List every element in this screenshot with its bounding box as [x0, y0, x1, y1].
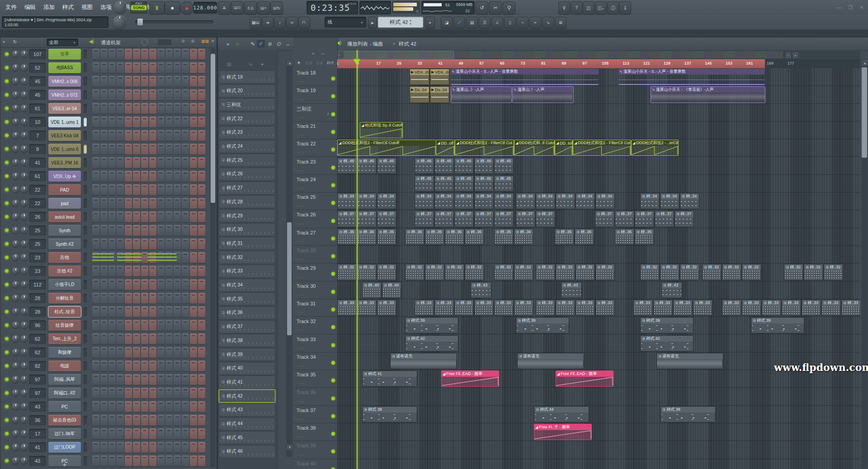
- channel-led[interactable]: [5, 418, 9, 422]
- step-cell[interactable]: [149, 62, 156, 73]
- minimap-view-window[interactable]: [338, 51, 454, 59]
- channel-button[interactable]: Synth #2: [48, 239, 81, 249]
- step-cell[interactable]: [141, 415, 148, 426]
- step-cell[interactable]: [141, 211, 148, 222]
- step-cell[interactable]: [182, 279, 189, 290]
- step-cell[interactable]: [174, 401, 181, 412]
- channel-pan-knob[interactable]: [12, 281, 19, 288]
- step-cell[interactable]: [182, 320, 189, 331]
- step-cell[interactable]: [125, 401, 132, 412]
- step-cell[interactable]: [133, 184, 140, 195]
- channel-volume-knob[interactable]: [21, 267, 28, 274]
- volauto-clip[interactable]: ∿蓬莱山小乐天 - S..-人声 - 音量乘数: [451, 69, 599, 85]
- step-cell[interactable]: [133, 171, 140, 182]
- track-led[interactable]: [331, 148, 335, 151]
- step-cell[interactable]: [149, 361, 156, 371]
- step-cell[interactable]: [108, 198, 116, 209]
- master-pitch-slider[interactable]: [135, 20, 213, 23]
- track-mini-controls[interactable]: •••: [298, 239, 304, 244]
- step-cell[interactable]: [174, 442, 181, 453]
- step-cell[interactable]: [108, 347, 116, 358]
- channel-pan-knob[interactable]: [12, 335, 19, 342]
- channel-number[interactable]: 25: [29, 225, 46, 235]
- pattern-clip[interactable]: ヨ诺有诺无: [390, 353, 457, 369]
- step-cell[interactable]: [165, 279, 173, 290]
- step-cell[interactable]: [165, 239, 173, 249]
- channel-pan-knob[interactable]: [12, 118, 19, 125]
- step-cell[interactable]: [92, 89, 99, 100]
- project-notes-icon[interactable]: ▯: [504, 17, 516, 28]
- step-cell[interactable]: [182, 374, 189, 385]
- track-mini-controls[interactable]: •••: [298, 80, 304, 84]
- pattern-clip[interactable]: ヨ样..32: [702, 264, 722, 280]
- rack-layout-icon[interactable]: ▦▦: [201, 39, 209, 43]
- track-audio-icon[interactable]: ✦: [311, 52, 315, 56]
- step-cell[interactable]: [100, 89, 108, 100]
- playhead-marker[interactable]: [353, 59, 360, 64]
- channel-number[interactable]: 22: [29, 185, 46, 195]
- track-mini-controls[interactable]: •••: [298, 417, 304, 421]
- step-cell[interactable]: [182, 225, 189, 236]
- step-cell[interactable]: [174, 333, 181, 344]
- step-cell[interactable]: [108, 62, 116, 73]
- channel-led[interactable]: [5, 337, 9, 341]
- step-cell[interactable]: [149, 76, 156, 87]
- step-cell[interactable]: [141, 401, 148, 412]
- track-header[interactable]: Track 25•••: [293, 192, 337, 210]
- step-cell[interactable]: [165, 62, 173, 73]
- step-cell[interactable]: [100, 239, 108, 249]
- channel-number[interactable]: 36: [29, 415, 46, 425]
- channel-pan-knob[interactable]: [12, 349, 19, 356]
- channel-number[interactable]: 10: [29, 117, 46, 127]
- picker-item[interactable]: ヨ样式 46: [219, 445, 275, 458]
- pattern-clip[interactable]: ヨ样..37: [595, 211, 614, 227]
- picker-wave-icon[interactable]: ∿: [249, 62, 252, 67]
- picker-item[interactable]: ヨ样式 20: [219, 84, 275, 98]
- step-cell[interactable]: [157, 333, 165, 344]
- step-cell[interactable]: [165, 388, 173, 399]
- step-cell[interactable]: [149, 279, 156, 290]
- picker-item[interactable]: ヨ样式 27: [219, 182, 275, 195]
- step-cell[interactable]: [190, 333, 197, 344]
- pattern-clip[interactable]: ヨ样..33: [536, 300, 555, 316]
- step-cell[interactable]: [92, 103, 99, 114]
- step-cell[interactable]: [92, 442, 99, 453]
- step-cell[interactable]: [198, 103, 205, 114]
- channel-button[interactable]: Terr..上升_2: [48, 333, 81, 344]
- timeline-ruler[interactable]: 1917253341495765738189971051131211291371…: [337, 59, 860, 68]
- channel-number[interactable]: 22: [29, 198, 46, 208]
- step-cell[interactable]: [100, 157, 108, 168]
- channel-button[interactable]: 小笛子LD: [48, 279, 81, 290]
- channel-volume-knob[interactable]: [21, 132, 28, 139]
- step-cell[interactable]: [133, 211, 140, 222]
- step-cell[interactable]: [165, 320, 173, 331]
- step-cell[interactable]: [100, 401, 108, 412]
- pattern-clip[interactable]: ヨ样..46: [434, 158, 454, 174]
- channel-button[interactable]: 敲击音色03: [48, 415, 81, 426]
- step-cell[interactable]: [125, 211, 132, 222]
- channel-led[interactable]: [5, 174, 9, 178]
- track-mode-tab-1[interactable]: 演奏: [316, 61, 323, 66]
- channel-led[interactable]: [5, 351, 9, 354]
- step-cell[interactable]: [174, 49, 181, 60]
- step-cell[interactable]: [100, 62, 108, 73]
- step-cell[interactable]: [117, 239, 124, 249]
- step-cell[interactable]: [117, 415, 124, 426]
- track-led[interactable]: [331, 414, 335, 418]
- channel-number[interactable]: 43: [29, 456, 46, 466]
- pattern-clip[interactable]: ヨ样..46: [377, 158, 396, 174]
- step-cell[interactable]: [92, 279, 99, 290]
- playlist-scroll-thumb[interactable]: [862, 67, 867, 158]
- step-cell[interactable]: [125, 320, 132, 331]
- channel-pan-knob[interactable]: [12, 227, 19, 234]
- step-cell[interactable]: [190, 455, 197, 466]
- step-cell[interactable]: [165, 49, 173, 60]
- pattern-clip[interactable]: ヨ样..32: [576, 264, 595, 280]
- pattern-clip[interactable]: ヨ样..40: [362, 282, 382, 298]
- rack-swing-icon[interactable]: ↻: [13, 39, 17, 44]
- step-cell[interactable]: [133, 144, 140, 155]
- pattern-clip[interactable]: ヨ样..34: [576, 193, 595, 209]
- channel-volume-knob[interactable]: [21, 417, 28, 423]
- pattern-clip[interactable]: ヨ样..34: [660, 193, 679, 209]
- channel-led[interactable]: [5, 202, 9, 205]
